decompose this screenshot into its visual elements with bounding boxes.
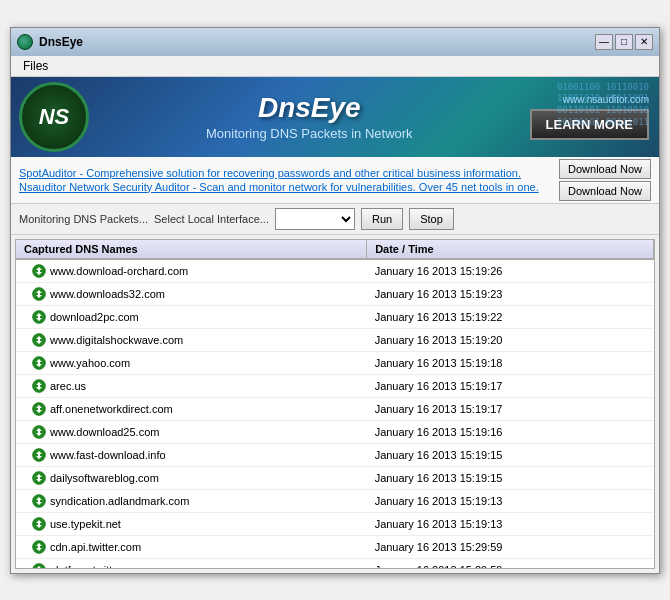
dns-date-cell: January 16 2013 15:19:22: [367, 305, 654, 328]
dns-icon: [32, 356, 46, 370]
table-row: aff.onenetworkdirect.comJanuary 16 2013 …: [16, 397, 654, 420]
minimize-button[interactable]: —: [595, 34, 613, 50]
table-row: cdn.api.twitter.comJanuary 16 2013 15:29…: [16, 535, 654, 558]
table-row: use.typekit.netJanuary 16 2013 15:19:13: [16, 512, 654, 535]
banner: 01001100 1011001011001010 01011001001101…: [11, 77, 659, 157]
dns-icon: [32, 540, 46, 554]
dns-name-cell: www.fast-download.info: [16, 443, 367, 466]
dns-name-cell: www.yahoo.com: [16, 351, 367, 374]
table-row: syndication.adlandmark.comJanuary 16 201…: [16, 489, 654, 512]
dns-name-cell: use.typekit.net: [16, 512, 367, 535]
dns-cell-content: www.downloads32.com: [24, 285, 359, 303]
ad-bar: SpotAuditor - Comprehensive solution for…: [11, 157, 659, 204]
download-btn-1[interactable]: Download Now: [559, 159, 651, 179]
dns-name-cell: platform.twitter.com: [16, 558, 367, 569]
dns-name-cell: dailysoftwareblog.com: [16, 466, 367, 489]
dns-icon: [32, 287, 46, 301]
dns-name-text: platform.twitter.com: [50, 564, 145, 569]
toolbar-label-2: Select Local Interface...: [154, 213, 269, 225]
table-row: platform.twitter.comJanuary 16 2013 15:2…: [16, 558, 654, 569]
dns-name-text: download2pc.com: [50, 311, 139, 323]
ad-link-2[interactable]: Nsauditor Network Security Auditor - Sca…: [19, 181, 555, 193]
table-header-row: Captured DNS Names Date / Time: [16, 240, 654, 259]
dns-name-text: www.downloads32.com: [50, 288, 165, 300]
app-icon: [17, 34, 33, 50]
dns-cell-content: www.digitalshockwave.com: [24, 331, 359, 349]
dns-name-cell: www.download-orchard.com: [16, 259, 367, 283]
dns-cell-content: dailysoftwareblog.com: [24, 469, 359, 487]
dns-cell-content: download2pc.com: [24, 308, 359, 326]
toolbar: Monitoring DNS Packets... Select Local I…: [11, 204, 659, 235]
dns-date-cell: January 16 2013 15:19:16: [367, 420, 654, 443]
table-row: dailysoftwareblog.comJanuary 16 2013 15:…: [16, 466, 654, 489]
menu-files[interactable]: Files: [19, 57, 52, 75]
dns-cell-content: www.download25.com: [24, 423, 359, 441]
dns-name-text: syndication.adlandmark.com: [50, 495, 189, 507]
stop-button[interactable]: Stop: [409, 208, 454, 230]
dns-name-text: www.download-orchard.com: [50, 265, 188, 277]
dns-name-text: www.digitalshockwave.com: [50, 334, 183, 346]
banner-center: DnsEye Monitoring DNS Packets in Network: [89, 92, 530, 141]
dns-table-container: Captured DNS Names Date / Time www.downl…: [15, 239, 655, 569]
dns-table: Captured DNS Names Date / Time www.downl…: [16, 240, 654, 569]
dns-cell-content: www.yahoo.com: [24, 354, 359, 372]
dns-icon: [32, 563, 46, 569]
dns-name-text: dailysoftwareblog.com: [50, 472, 159, 484]
dns-date-cell: January 16 2013 15:19:15: [367, 443, 654, 466]
dns-name-text: cdn.api.twitter.com: [50, 541, 141, 553]
run-button[interactable]: Run: [361, 208, 403, 230]
dns-icon: [32, 333, 46, 347]
table-row: www.yahoo.comJanuary 16 2013 15:19:18: [16, 351, 654, 374]
table-row: download2pc.comJanuary 16 2013 15:19:22: [16, 305, 654, 328]
logo-text: NS: [39, 104, 70, 130]
dns-cell-content: use.typekit.net: [24, 515, 359, 533]
dns-cell-content: www.fast-download.info: [24, 446, 359, 464]
banner-logo: NS: [19, 82, 89, 152]
ad-link-1[interactable]: SpotAuditor - Comprehensive solution for…: [19, 167, 555, 179]
dns-date-cell: January 16 2013 15:19:13: [367, 489, 654, 512]
dns-icon: [32, 517, 46, 531]
dns-icon: [32, 379, 46, 393]
dns-name-cell: www.digitalshockwave.com: [16, 328, 367, 351]
dns-date-cell: January 16 2013 15:19:18: [367, 351, 654, 374]
col-header-name: Captured DNS Names: [16, 240, 367, 259]
dns-icon: [32, 494, 46, 508]
dns-cell-content: cdn.api.twitter.com: [24, 538, 359, 556]
dns-icon: [32, 425, 46, 439]
maximize-button[interactable]: □: [615, 34, 633, 50]
dns-icon: [32, 264, 46, 278]
dns-name-text: www.yahoo.com: [50, 357, 130, 369]
dns-name-text: aff.onenetworkdirect.com: [50, 403, 173, 415]
dns-date-cell: January 16 2013 15:19:23: [367, 282, 654, 305]
dns-name-cell: syndication.adlandmark.com: [16, 489, 367, 512]
col-header-date: Date / Time: [367, 240, 654, 259]
dns-table-body: www.download-orchard.comJanuary 16 2013 …: [16, 259, 654, 569]
main-window: DnsEye — □ ✕ Files 01001100 101100101100…: [10, 27, 660, 574]
table-row: arec.usJanuary 16 2013 15:19:17: [16, 374, 654, 397]
dns-name-cell: download2pc.com: [16, 305, 367, 328]
banner-title: DnsEye: [258, 92, 361, 124]
dns-name-cell: arec.us: [16, 374, 367, 397]
banner-subtitle: Monitoring DNS Packets in Network: [206, 126, 413, 141]
banner-bg-decoration: 01001100 1011001011001010 01011001001101…: [557, 82, 649, 129]
table-row: www.download-orchard.comJanuary 16 2013 …: [16, 259, 654, 283]
dns-cell-content: platform.twitter.com: [24, 561, 359, 569]
close-button[interactable]: ✕: [635, 34, 653, 50]
table-row: www.download25.comJanuary 16 2013 15:19:…: [16, 420, 654, 443]
toolbar-label-1: Monitoring DNS Packets...: [19, 213, 148, 225]
ad-links: SpotAuditor - Comprehensive solution for…: [19, 167, 555, 193]
interface-select[interactable]: [275, 208, 355, 230]
dns-date-cell: January 16 2013 15:29:59: [367, 558, 654, 569]
dns-date-cell: January 16 2013 15:19:26: [367, 259, 654, 283]
dns-cell-content: www.download-orchard.com: [24, 262, 359, 280]
window-title: DnsEye: [39, 35, 83, 49]
title-bar-left: DnsEye: [17, 34, 83, 50]
dns-icon: [32, 402, 46, 416]
dns-icon: [32, 310, 46, 324]
ad-download-buttons: Download Now Download Now: [559, 159, 651, 201]
dns-name-text: arec.us: [50, 380, 86, 392]
dns-date-cell: January 16 2013 15:19:20: [367, 328, 654, 351]
dns-date-cell: January 16 2013 15:19:17: [367, 374, 654, 397]
download-btn-2[interactable]: Download Now: [559, 181, 651, 201]
dns-icon: [32, 448, 46, 462]
